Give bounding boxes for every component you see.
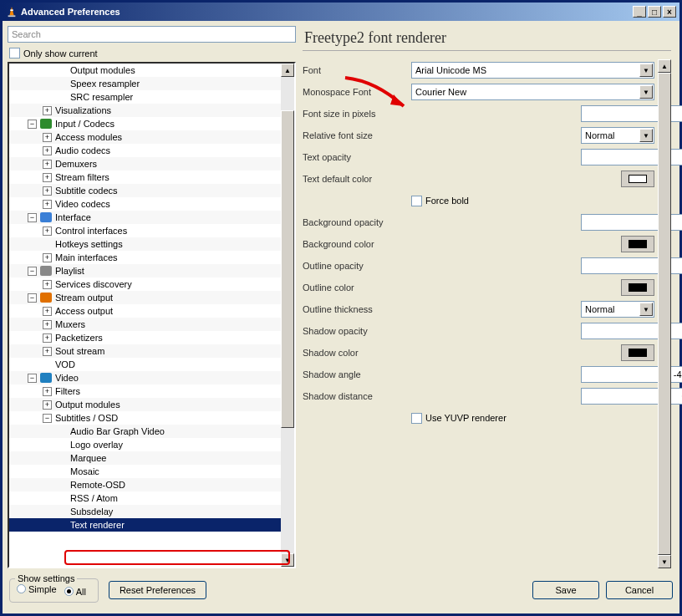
tree-item[interactable]: +Access output xyxy=(9,304,281,318)
chevron-down-icon[interactable]: ▼ xyxy=(639,129,653,142)
collapse-icon[interactable]: − xyxy=(28,293,37,303)
scroll-thumb[interactable] xyxy=(281,110,294,428)
scroll-down-button[interactable]: ▼ xyxy=(658,555,671,568)
tree-item[interactable]: Speex resampler xyxy=(9,77,281,90)
expand-icon[interactable]: + xyxy=(43,200,52,209)
outline-color-button[interactable] xyxy=(621,279,654,296)
tree-scrollbar[interactable]: ▲ ▼ xyxy=(281,64,294,567)
outline-opacity-spinner[interactable]: ▲▼ xyxy=(581,257,654,274)
form-scrollbar[interactable]: ▲ ▼ xyxy=(658,59,671,568)
collapse-icon[interactable]: − xyxy=(28,374,37,383)
tree-item[interactable]: Logo overlay xyxy=(9,438,281,451)
scroll-down-button[interactable]: ▼ xyxy=(281,553,294,567)
shadow-angle-spinner[interactable]: ▲▼ xyxy=(581,366,654,383)
tree-item[interactable]: Remote-OSD xyxy=(9,478,281,491)
tree-item[interactable]: VOD xyxy=(9,358,281,371)
font-size-spinner[interactable]: ▲▼ xyxy=(581,105,654,122)
scroll-thumb[interactable] xyxy=(658,73,671,555)
font-combo[interactable]: Arial Unicode MS▼ xyxy=(411,62,654,79)
outline-thickness-combo[interactable]: Normal▼ xyxy=(581,301,654,318)
expand-icon[interactable]: + xyxy=(43,307,52,316)
expand-icon[interactable]: + xyxy=(43,106,52,115)
chevron-down-icon[interactable]: ▼ xyxy=(639,64,653,77)
tree-item[interactable]: +Access modules xyxy=(9,130,281,144)
expand-icon[interactable]: + xyxy=(43,133,52,142)
shadow-color-button[interactable] xyxy=(621,344,654,361)
shadow-distance-spinner[interactable]: ▲▼ xyxy=(581,388,654,405)
chevron-down-icon[interactable]: ▼ xyxy=(639,303,653,316)
scroll-up-button[interactable]: ▲ xyxy=(281,64,294,77)
tree-item[interactable]: +Filters xyxy=(9,384,281,398)
tree-item-label: Visualizations xyxy=(55,105,111,115)
tree-item[interactable]: RSS / Atom xyxy=(9,491,281,505)
search-input[interactable]: Search xyxy=(8,26,296,43)
expand-icon[interactable]: + xyxy=(43,347,52,356)
collapse-icon[interactable]: − xyxy=(28,213,37,222)
tree-item[interactable]: +Services discovery xyxy=(9,277,281,291)
expand-icon[interactable]: + xyxy=(43,173,52,182)
only-show-current-checkbox[interactable] xyxy=(9,48,20,59)
tree-item[interactable]: +Output modules xyxy=(9,398,281,411)
tree-item[interactable]: Mosaic xyxy=(9,465,281,478)
collapse-icon[interactable]: − xyxy=(28,267,37,276)
expand-icon[interactable]: + xyxy=(43,280,52,289)
chevron-down-icon[interactable]: ▼ xyxy=(639,85,653,99)
scroll-up-button[interactable]: ▲ xyxy=(658,59,671,73)
tree-item[interactable]: Hotkeys settings xyxy=(9,237,281,251)
tree-item[interactable]: −Playlist xyxy=(9,264,281,277)
expand-icon[interactable]: + xyxy=(43,146,52,155)
tree-item[interactable]: +Demuxers xyxy=(9,157,281,171)
collapse-icon[interactable]: − xyxy=(43,414,52,423)
shadow-opacity-spinner[interactable]: ▲▼ xyxy=(581,323,654,339)
expand-icon[interactable]: + xyxy=(43,387,52,396)
tree-item[interactable]: −Subtitles / OSD xyxy=(9,411,281,425)
maximize-button[interactable]: □ xyxy=(648,6,661,18)
expand-icon[interactable]: + xyxy=(43,320,52,329)
close-button[interactable]: × xyxy=(663,6,676,18)
text-opacity-spinner[interactable]: ▲▼ xyxy=(581,149,654,165)
bg-color-button[interactable] xyxy=(621,236,654,252)
preferences-tree[interactable]: Output modulesSpeex resamplerSRC resampl… xyxy=(9,64,281,567)
tree-item[interactable]: SRC resampler xyxy=(9,90,281,104)
cancel-button[interactable]: Cancel xyxy=(606,581,673,599)
tree-item[interactable]: Marquee xyxy=(9,451,281,465)
tree-item[interactable]: Subsdelay xyxy=(9,505,281,518)
radio-all[interactable]: All xyxy=(64,587,86,597)
tree-item[interactable]: −Video xyxy=(9,371,281,384)
expand-icon[interactable]: + xyxy=(43,253,52,262)
bg-opacity-spinner[interactable]: ▲▼ xyxy=(581,214,654,231)
tree-item[interactable]: Audio Bar Graph Video xyxy=(9,425,281,438)
tree-item[interactable]: −Stream output xyxy=(9,291,281,304)
text-color-button[interactable] xyxy=(621,171,654,187)
yuvp-checkbox[interactable] xyxy=(411,413,422,424)
expand-icon[interactable]: + xyxy=(43,333,52,343)
scroll-track[interactable] xyxy=(658,73,671,555)
collapse-icon[interactable]: − xyxy=(28,120,37,129)
expand-icon[interactable]: + xyxy=(43,186,52,196)
radio-simple[interactable]: Simple xyxy=(17,584,57,594)
tree-item[interactable]: +Stream filters xyxy=(9,171,281,184)
tree-item[interactable]: +Video codecs xyxy=(9,197,281,211)
tree-item[interactable]: +Muxers xyxy=(9,318,281,331)
tree-item[interactable]: +Main interfaces xyxy=(9,251,281,264)
expand-icon[interactable]: + xyxy=(43,160,52,169)
tree-item[interactable]: +Packetizers xyxy=(9,331,281,344)
tree-item[interactable]: +Sout stream xyxy=(9,344,281,358)
tree-item[interactable]: Output modules xyxy=(9,64,281,77)
relative-size-combo[interactable]: Normal▼ xyxy=(581,127,654,144)
save-button[interactable]: Save xyxy=(532,581,599,599)
tree-item[interactable]: +Visualizations xyxy=(9,104,281,117)
tree-item[interactable]: −Interface xyxy=(9,211,281,224)
expand-icon[interactable]: + xyxy=(43,400,52,410)
force-bold-checkbox[interactable] xyxy=(411,196,422,206)
tree-item[interactable]: +Audio codecs xyxy=(9,144,281,157)
tree-item[interactable]: Text renderer xyxy=(9,518,281,532)
expand-icon[interactable]: + xyxy=(43,227,52,236)
minimize-button[interactable]: _ xyxy=(633,6,646,18)
tree-item[interactable]: −Input / Codecs xyxy=(9,117,281,130)
scroll-track[interactable] xyxy=(281,77,294,553)
reset-button[interactable]: Reset Preferences xyxy=(109,581,206,599)
tree-item[interactable]: +Subtitle codecs xyxy=(9,184,281,197)
tree-item[interactable]: +Control interfaces xyxy=(9,224,281,237)
monospace-font-combo[interactable]: Courier New▼ xyxy=(411,84,654,100)
